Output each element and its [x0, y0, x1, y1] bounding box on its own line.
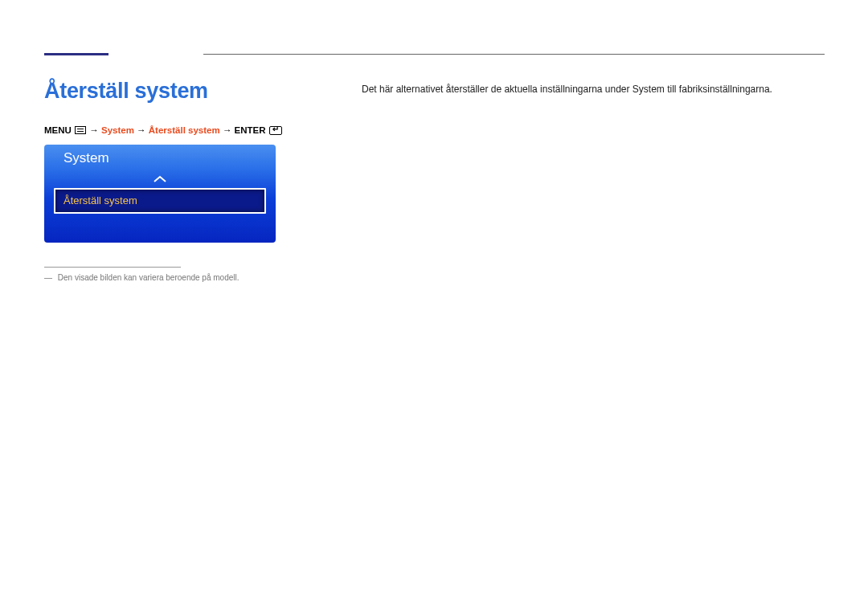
breadcrumb-system: System [101, 125, 134, 135]
breadcrumb-menu-label: MENU [44, 125, 72, 135]
osd-panel-header: System [44, 145, 276, 174]
chevron-up-icon [153, 175, 167, 183]
footnote-text: Den visade bilden kan variera beroende p… [58, 273, 240, 282]
footnote-rule [44, 267, 181, 268]
scroll-up-indicator[interactable] [44, 172, 276, 188]
breadcrumb-arrow: → [89, 125, 99, 135]
header-rule [203, 54, 825, 55]
header-accent-bar [44, 53, 108, 55]
menu-icon [75, 126, 86, 134]
breadcrumb-enter-label: ENTER [235, 125, 266, 135]
enter-icon [269, 126, 282, 135]
footnote: ― Den visade bilden kan variera beroende… [44, 273, 239, 282]
footnote-dash: ― [44, 273, 52, 282]
breadcrumb-arrow: → [223, 125, 232, 135]
osd-menu-item-reset-system[interactable]: Återställ system [54, 188, 266, 214]
osd-panel: System Återställ system [44, 145, 276, 243]
breadcrumb: MENU → System → Återställ system → ENTER [44, 125, 283, 135]
osd-menu-item-label: Återställ system [63, 194, 137, 206]
breadcrumb-item: Återställ system [149, 125, 220, 135]
breadcrumb-arrow: → [137, 125, 146, 135]
description-text: Det här alternativet återställer de aktu… [362, 84, 772, 95]
page-title: Återställ system [44, 79, 208, 104]
